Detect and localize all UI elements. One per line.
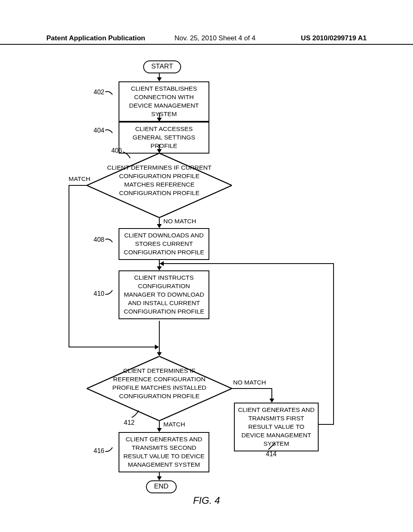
- ref-410: 410: [94, 290, 104, 297]
- ref-414: 414: [266, 451, 277, 458]
- ref-404: 404: [94, 127, 104, 134]
- connector: [333, 263, 334, 425]
- flowchart: START CLIENT ESTABLISHES CONNECTION WITH…: [0, 56, 413, 516]
- connector: [271, 388, 272, 399]
- ref-416: 416: [94, 447, 104, 455]
- pubnum-label: US 2010/0299719 A1: [301, 34, 367, 42]
- connector: [159, 321, 160, 353]
- step-408: CLIENT DOWNLOADS AND STORES CURRENT CONF…: [119, 228, 209, 260]
- arrow-down-icon: [157, 224, 162, 228]
- connector: [160, 263, 334, 264]
- leader-tick: [123, 151, 130, 158]
- branch-match: MATCH: [69, 175, 90, 183]
- step-402: CLIENT ESTABLISHES CONNECTION WITH DEVIC…: [119, 81, 209, 122]
- arrow-left-icon: [160, 261, 164, 266]
- end-terminal: END: [146, 480, 177, 493]
- arrow-right-icon: [155, 345, 159, 349]
- connector: [159, 421, 160, 429]
- svg-marker-0: [87, 153, 232, 218]
- leader-tick: [268, 443, 275, 450]
- leader-tick: [105, 237, 113, 244]
- arrow-down-icon: [157, 149, 162, 153]
- ref-412: 412: [124, 419, 135, 426]
- connector: [69, 185, 87, 186]
- figure-caption: FIG. 4: [0, 495, 413, 506]
- step-404: CLIENT ACCESSES GENERAL SETTINGS PROFILE: [119, 122, 209, 154]
- arrow-down-icon: [157, 266, 162, 270]
- connector: [318, 424, 334, 425]
- arrow-down-icon: [157, 428, 162, 432]
- leader-tick: [131, 410, 139, 418]
- branch-no-match: NO MATCH: [163, 218, 196, 225]
- arrow-down-icon: [157, 476, 162, 480]
- page-header: Patent Application Publication Nov. 25, …: [0, 34, 413, 45]
- step-410: CLIENT INSTRUCTS CONFIGURATION MANAGER T…: [119, 270, 209, 319]
- decision-406: [87, 153, 232, 218]
- date-sheet-label: Nov. 25, 2010 Sheet 4 of 4: [175, 34, 256, 42]
- step-416: CLIENT GENERATES AND TRANSMITS SECOND RE…: [119, 432, 209, 472]
- svg-marker-1: [87, 356, 232, 421]
- arrow-down-icon: [157, 77, 162, 81]
- connector: [232, 388, 272, 389]
- leader-tick: [105, 289, 113, 296]
- leader-tick: [105, 446, 113, 453]
- leader-tick: [105, 89, 113, 97]
- arrow-down-icon: [157, 352, 162, 356]
- leader-tick: [105, 128, 113, 135]
- arrow-down-icon: [157, 118, 162, 122]
- decision-412: [87, 356, 232, 421]
- publication-label: Patent Application Publication: [46, 34, 145, 42]
- connector: [69, 347, 156, 347]
- ref-406: 406: [111, 147, 122, 154]
- connector: [69, 185, 69, 347]
- branch-match-2: MATCH: [163, 421, 185, 428]
- ref-402: 402: [94, 89, 104, 96]
- step-414: CLIENT GENERATES AND TRANSMITS FIRST RES…: [234, 403, 319, 451]
- arrow-down-icon: [269, 399, 274, 403]
- branch-no-match-2: NO MATCH: [233, 379, 266, 386]
- ref-408: 408: [94, 236, 104, 243]
- start-terminal: START: [143, 60, 181, 73]
